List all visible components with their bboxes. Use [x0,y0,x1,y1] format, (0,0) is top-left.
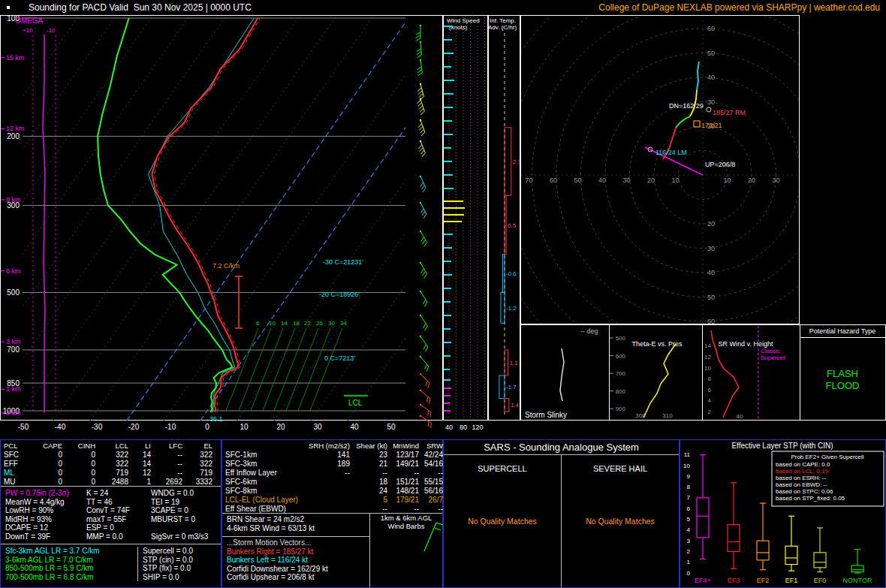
omega-axis: OMEGA+10-10 [15,17,56,412]
parcel-cell: 719 [182,469,212,478]
stat-line: MBURST = 0 [146,515,218,524]
svg-text:6: 6 [256,320,260,327]
kine-cell: -- [350,469,387,478]
svg-text:Classic: Classic [761,348,780,354]
svg-text:EF2: EF2 [757,577,770,584]
svg-text:9 km: 9 km [6,196,21,204]
kine-row: SFC-1km14123123/1742/24 [222,451,442,460]
col-header-1: Shear (kt) [350,441,387,451]
storm-motion-line: Bunkers Right = 185/27 kt [222,547,370,556]
svg-text:0 C=7213': 0 C=7213' [324,354,355,362]
svg-text:-30: -30 [92,423,103,431]
col-header-LI: LI [128,441,151,451]
parcel-table: PCLCAPECINHLCLLILFCELSFC0032214--322EFF0… [1,441,221,487]
svg-text:700: 700 [7,345,20,354]
svg-text:6 km: 6 km [6,267,21,275]
kine-row: LCL-EL (Cloud Layer)5179/2126/7 [222,496,442,505]
nexlab-credit-link[interactable]: College of DuPage NEXLAB powered via SHA… [598,2,880,13]
svg-text:based on LCL: 0.19: based on LCL: 0.19 [776,468,828,475]
stat-line: MMP = 0.0 [82,532,146,541]
svg-text:12: 12 [704,354,711,360]
svg-text:11: 11 [684,451,691,458]
col-header-3: SRW [419,441,443,451]
kine-cell: 56/16 [419,487,443,496]
svg-text:14: 14 [704,342,711,349]
svg-text:700: 700 [616,370,626,377]
kine-label: SFC-1km [225,451,308,460]
wind-barb-column [416,25,432,428]
svg-text:UP=206/8: UP=206/8 [705,161,735,168]
svg-text:30: 30 [772,176,779,184]
hodograph-panel: 1020304050607010203020203030404050506060… [520,15,886,439]
kine-cell [308,478,350,487]
sounding-title: Sounding for PACD Valid Sun 30 Nov 2025 … [29,2,252,13]
svg-text:1.1: 1.1 [510,360,519,366]
svg-text:12 km: 12 km [6,125,25,132]
col-blank [225,441,308,451]
col-header-CAPE: CAPE [29,441,62,451]
svg-text:-0.6: -0.6 [506,270,517,277]
stat-line: DCAPE = 12 [1,523,82,532]
stat-line: ConvT = 74F [82,506,146,515]
svg-text:30: 30 [707,98,715,106]
kine-cell: 42/24 [419,451,443,460]
parcel-cell: -- [151,460,182,469]
isobar-lines [23,18,405,411]
storm-motion-line: Corfidi Downshear = 162/29 kt [222,565,370,574]
svg-text:80: 80 [460,424,467,431]
sars-supercell-column: SUPERCELL No Quality Matches [444,455,562,587]
mixing-ratio-lines: 610141822263034 [226,320,347,411]
kine-cell: 179/21 [387,496,419,505]
kinematics-panel: SRH (m2/s2)Shear (kt)MnWindSRWSFC-1km141… [222,439,443,588]
parcel-table-section: PCLCAPECINHLCLLILFCELSFC0032214--322EFF0… [1,440,221,487]
svg-text:40: 40 [707,269,715,276]
svg-text:10: 10 [269,320,276,327]
kine-label: Eff Inflow Layer [225,469,308,478]
parcel-cell: 0 [62,469,95,478]
kine-cell [308,496,350,505]
parcel-cell: 322 [182,460,212,469]
sars-hail-column: SEVERE HAIL No Quality Matches [562,455,679,587]
kine-header: SRH (m2/s2)Shear (kt)MnWindSRW [222,441,442,451]
svg-text:Wind Speed: Wind Speed [447,17,480,24]
sharppy-sounding-page: { "header": { "left_title": "Sounding fo… [0,0,886,588]
svg-text:EF0: EF0 [814,577,827,584]
svg-text:-- deg: -- deg [580,327,598,335]
parcel-label: SFC [4,451,29,460]
svg-text:9: 9 [687,473,691,480]
svg-text:2.1: 2.1 [513,158,520,165]
composite-line: SHIP = 0.0 [138,573,213,582]
sars-supercell-matches: No Quality Matches [444,517,561,526]
composite-line: STP (fix) = 0.0 [138,564,213,573]
temp-axis-labels: -50-40-30-20-1001020304050 [18,423,396,431]
stat-line: DownT = 39F [1,532,82,541]
svg-text:10: 10 [723,176,731,184]
stat-line: K = 24 [82,489,146,498]
svg-text:EF3: EF3 [728,577,740,584]
storm-slinky-inset: -- degStorm Slinky [521,325,610,421]
svg-text:Effective Layer STP (with CIN): Effective Layer STP (with CIN) [731,442,833,450]
parcel-cell: 0 [29,460,62,469]
parcel-cell: -- [151,469,182,478]
parcel-cell: 322 [95,460,128,469]
storm-motion-title: ...Storm Motion Vectors... [222,538,370,547]
svg-text:15 km: 15 km [6,54,25,62]
height-labels: 15 km12 km9 km6 km3 km1 km0 km [1,54,25,417]
kine-cell: -- [387,505,419,514]
svg-text:5: 5 [687,516,691,523]
svg-text:70: 70 [525,176,532,184]
svg-text:0: 0 [687,570,691,577]
svg-text:2: 2 [687,548,691,555]
parcel-cell: 14 [128,451,151,460]
svg-text:900: 900 [616,406,626,412]
svg-text:-10: -10 [47,27,56,34]
kine-label: LCL-EL (Cloud Layer) [225,496,308,505]
svg-text:40: 40 [350,423,359,431]
col-header-2: MnWind [387,441,419,451]
svg-text:7.2 C/km: 7.2 C/km [212,262,240,270]
sars-hail-header: SEVERE HAIL [562,464,679,473]
svg-text:EF1: EF1 [785,577,798,584]
svg-text:0.5: 0.5 [508,222,517,229]
svg-text:173/21: 173/21 [701,122,722,129]
sars-title: SARS - Sounding Analogue System [444,440,679,455]
